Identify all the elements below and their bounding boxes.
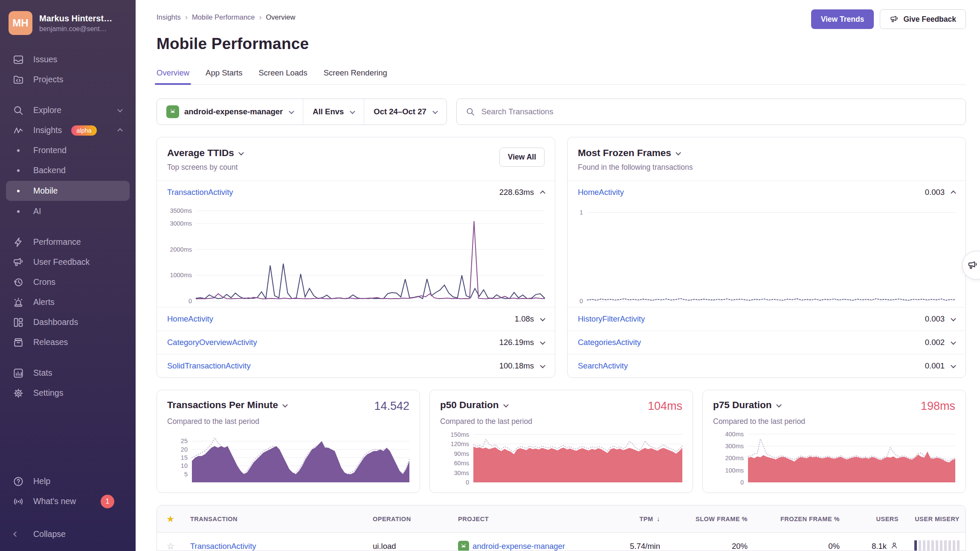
megaphone-icon [12, 256, 25, 269]
column-label: TPM [639, 516, 653, 522]
environment-filter[interactable]: All Envs [303, 99, 364, 125]
sidebar-item-backend[interactable]: Backend [0, 160, 136, 180]
chevron-down-icon [350, 108, 355, 114]
breadcrumb-insights[interactable]: Insights [157, 13, 181, 21]
date-range-filter[interactable]: Oct 24–Oct 27 [364, 99, 446, 125]
sidebar-item-performance[interactable]: Performance [0, 232, 136, 252]
sidebar-item-dashboards[interactable]: Dashboards [0, 312, 136, 332]
column-tpm[interactable]: TPM ↓ [593, 515, 666, 523]
view-trends-button[interactable]: View Trends [811, 9, 874, 29]
help-icon [12, 475, 25, 488]
screen-link[interactable]: SolidTransactionActivity [167, 361, 251, 371]
panel-title-row[interactable]: Most Frozen Frames [578, 148, 693, 159]
search-transactions-input[interactable] [481, 107, 957, 116]
sidebar-item-frontend[interactable]: Frontend [0, 140, 136, 160]
chevron-up-icon[interactable] [540, 190, 545, 196]
user-icon [890, 541, 899, 551]
sidebar-item-stats[interactable]: Stats [0, 363, 136, 383]
tab-bar: Overview App Starts Screen Loads Screen … [157, 68, 966, 85]
transaction-link[interactable]: TransactionActivity [190, 542, 256, 551]
chevron-down-icon [776, 402, 782, 407]
screen-row: TransactionActivity 228.63ms [157, 180, 555, 204]
sort-desc-icon: ↓ [657, 515, 661, 523]
sidebar-item-label: Stats [33, 368, 52, 378]
chevron-down-icon[interactable] [951, 362, 956, 368]
screen-link[interactable]: HomeActivity [167, 314, 213, 324]
table-row: ☆ TransactionActivity ui.load android-ex… [157, 533, 966, 551]
give-feedback-button[interactable]: Give Feedback [880, 9, 966, 29]
chevron-down-icon[interactable] [540, 362, 545, 368]
avg-ttids-chart: 3500ms3000ms2000ms1000ms0 [159, 208, 545, 301]
sidebar-item-releases[interactable]: Releases [0, 332, 136, 352]
tab-app-starts[interactable]: App Starts [206, 68, 242, 84]
sidebar-item-projects[interactable]: Projects [0, 70, 136, 90]
transaction-link[interactable]: CategoriesActivity [578, 338, 641, 347]
sidebar-item-label: Issues [33, 55, 57, 64]
sidebar-item-crons[interactable]: Crons [0, 272, 136, 292]
chevron-down-icon[interactable] [951, 339, 956, 345]
sidebar-item-label: What's new [33, 496, 76, 506]
breadcrumb-mobile-performance[interactable]: Mobile Performance [192, 13, 255, 21]
sidebar-item-mobile[interactable]: Mobile [6, 181, 130, 201]
archive-icon [12, 336, 25, 349]
star-filled-icon[interactable]: ★ [157, 514, 184, 524]
column-user-misery[interactable]: USER MISERY [905, 516, 966, 522]
column-transaction[interactable]: TRANSACTION [184, 516, 367, 522]
column-project[interactable]: PROJECT [452, 516, 593, 522]
dashboard-icon [12, 316, 25, 329]
column-frozen-frame[interactable]: FROZEN FRAME % [754, 516, 846, 522]
folder-code-icon [12, 73, 25, 86]
alpha-badge: alpha [71, 125, 96, 136]
panel-title-row[interactable]: p75 Duration [713, 400, 781, 411]
column-users[interactable]: USERS [846, 516, 905, 522]
star-outline-icon[interactable]: ☆ [157, 541, 184, 551]
panel-title-row[interactable]: Transactions Per Minute [167, 400, 287, 411]
column-slow-frame[interactable]: SLOW FRAME % [666, 516, 754, 522]
sidebar-item-issues[interactable]: Issues [0, 49, 136, 70]
sidebar-item-label: Mobile [33, 186, 58, 196]
sidebar-item-whats-new[interactable]: What's new 1 [0, 491, 136, 511]
sidebar-item-label: User Feedback [33, 257, 90, 267]
transaction-link[interactable]: HomeActivity [578, 188, 624, 197]
sidebar-item-label: Help [33, 476, 50, 486]
tab-screen-loads[interactable]: Screen Loads [259, 68, 307, 84]
tab-overview[interactable]: Overview [157, 68, 189, 84]
sidebar-item-alerts[interactable]: Alerts [0, 292, 136, 312]
project-filter[interactable]: android-expense-manager [157, 99, 303, 125]
chevron-up-icon[interactable] [951, 190, 956, 196]
view-all-button[interactable]: View All [499, 148, 545, 167]
project-filter-value: android-expense-manager [184, 107, 283, 116]
bullet-icon [12, 185, 25, 197]
screen-value: 100.18ms [499, 361, 534, 371]
chevron-down-icon [676, 150, 681, 155]
sidebar-item-ai[interactable]: AI [0, 201, 136, 221]
panel-title-row[interactable]: Average TTIDs [167, 148, 243, 159]
sidebar-item-settings[interactable]: Settings [0, 383, 136, 403]
screen-link[interactable]: CategoryOverviewActivity [167, 338, 257, 347]
chevron-down-icon[interactable] [540, 339, 545, 345]
date-range-value: Oct 24–Oct 27 [374, 107, 426, 116]
sidebar-item-label: Performance [33, 237, 81, 247]
tab-screen-rendering[interactable]: Screen Rendering [324, 68, 387, 84]
sidebar-item-explore[interactable]: Explore [0, 100, 136, 120]
sidebar-item-label: AI [33, 206, 41, 216]
sidebar-item-user-feedback[interactable]: User Feedback [0, 252, 136, 272]
chevron-down-icon[interactable] [540, 316, 545, 321]
chevron-down-icon[interactable] [951, 316, 956, 321]
screen-link[interactable]: TransactionActivity [167, 188, 233, 197]
transaction-link[interactable]: HistoryFilterActivity [578, 314, 645, 324]
sidebar-item-insights[interactable]: Insights alpha [0, 120, 136, 140]
breadcrumb-separator-icon: › [259, 13, 262, 22]
sidebar-collapse-button[interactable]: Collapse [0, 524, 136, 544]
transaction-row: SearchActivity 0.001 [568, 354, 966, 377]
transaction-row: HistoryFilterActivity 0.003 [568, 307, 966, 331]
sidebar-item-help[interactable]: Help [0, 471, 136, 491]
chevron-down-icon [238, 150, 244, 155]
panel-title-row[interactable]: p50 Duration [440, 400, 508, 411]
breadcrumb-overview: Overview [266, 13, 296, 21]
transaction-link[interactable]: SearchActivity [578, 361, 628, 371]
tpm-panel: Transactions Per Minute 14.542 Compared … [157, 390, 420, 493]
project-link[interactable]: android-expense-manager [473, 542, 565, 551]
user-menu[interactable]: MH Markus Hinterst… benjamin.coe@sent… [0, 0, 136, 44]
column-operation[interactable]: OPERATION [367, 516, 452, 522]
